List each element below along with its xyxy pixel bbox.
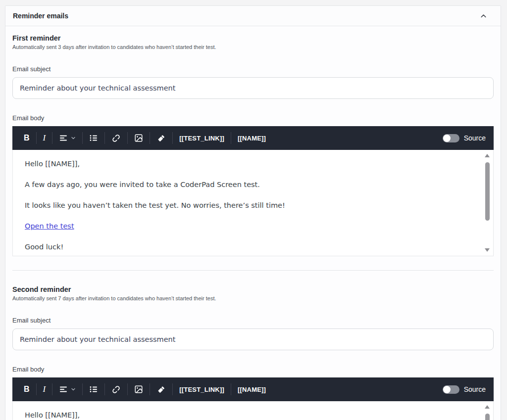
chevron-up-icon[interactable] [480, 12, 487, 20]
image-button[interactable] [128, 126, 150, 150]
name-token-button[interactable]: [[NAME]] [231, 377, 272, 401]
eraser-icon [156, 385, 166, 394]
image-icon [134, 385, 143, 394]
reminder-description: Automatically sent 7 days after invitati… [12, 295, 494, 301]
email-subject-input[interactable] [12, 328, 494, 350]
link-button[interactable] [105, 377, 127, 401]
email-body-label: Email body [12, 366, 494, 373]
bold-button[interactable]: B [17, 126, 36, 150]
remove-format-button[interactable] [150, 377, 172, 401]
image-icon [134, 134, 143, 142]
email-subject-label: Email subject [12, 317, 494, 324]
source-toggle[interactable]: Source [443, 134, 486, 142]
bullet-list-button[interactable] [83, 377, 104, 401]
toggle-knob [443, 135, 451, 142]
name-token-button[interactable]: [[NAME]] [231, 126, 272, 150]
editor-toolbar: B I [12, 377, 494, 401]
email-subject-input[interactable] [12, 77, 494, 99]
bullet-list-button[interactable] [83, 126, 104, 150]
align-left-icon [59, 134, 68, 142]
editor-scrollbar[interactable] [484, 405, 491, 420]
reminder-heading: Second reminder [12, 285, 494, 293]
scrollbar-thumb[interactable] [485, 414, 490, 420]
reminder-emails-panel: Reminder emails First reminder Automatic… [5, 5, 501, 420]
test-link-token-button[interactable]: [[TEST_LINK]] [173, 377, 231, 401]
text-align-button[interactable] [52, 377, 82, 401]
test-link-token-button[interactable]: [[TEST_LINK]] [173, 126, 231, 150]
align-left-icon [59, 385, 68, 394]
reminder-emails-page: Reminder emails First reminder Automatic… [0, 0, 507, 420]
link-icon [111, 134, 121, 143]
chevron-down-icon [71, 136, 76, 140]
scroll-up-arrow-icon[interactable] [485, 154, 490, 157]
email-paragraph: Open the test [25, 221, 467, 231]
italic-button[interactable]: I [37, 377, 52, 401]
source-toggle-label: Source [464, 134, 486, 142]
scrollbar-thumb[interactable] [485, 162, 490, 221]
bullet-list-icon [89, 134, 98, 142]
email-body-content[interactable]: Hello [[NAME]], A few days ago, you were… [12, 150, 494, 256]
first-reminder-section: First reminder Automatically sent 3 days… [12, 34, 494, 256]
chevron-down-icon [71, 387, 76, 392]
email-body-label: Email body [12, 114, 494, 122]
editor-toolbar: B I [12, 126, 494, 150]
link-icon [111, 385, 121, 394]
bold-button[interactable]: B [17, 377, 36, 401]
reminder-heading: First reminder [12, 34, 494, 42]
italic-button[interactable]: I [37, 126, 52, 150]
section-divider [12, 270, 494, 271]
toggle-switch[interactable] [443, 385, 459, 394]
email-paragraph: It looks like you haven’t taken the test… [25, 200, 467, 210]
email-paragraph: Hello [[NAME]], [25, 159, 467, 169]
second-reminder-section: Second reminder Automatically sent 7 day… [12, 285, 494, 420]
toggle-switch[interactable] [443, 134, 459, 142]
email-paragraph: Hello [[NAME]], [25, 410, 467, 420]
accordion-header[interactable]: Reminder emails [5, 6, 501, 26]
email-body-editor: B I [12, 126, 494, 256]
remove-format-button[interactable] [150, 126, 172, 150]
toggle-knob [443, 386, 451, 393]
panel-body: First reminder Automatically sent 3 days… [5, 26, 501, 420]
eraser-icon [156, 134, 166, 143]
scroll-down-arrow-icon[interactable] [485, 248, 490, 252]
source-toggle[interactable]: Source [443, 385, 486, 394]
source-toggle-label: Source [464, 385, 486, 393]
email-paragraph: A few days ago, you were invited to take… [25, 180, 467, 189]
image-button[interactable] [128, 377, 150, 401]
bullet-list-icon [89, 385, 98, 394]
link-button[interactable] [105, 126, 127, 150]
reminder-description: Automatically sent 3 days after invitati… [12, 44, 494, 50]
email-subject-label: Email subject [12, 65, 494, 73]
editor-scrollbar[interactable] [484, 154, 491, 252]
email-paragraph: Good luck! [25, 242, 467, 252]
panel-title: Reminder emails [13, 12, 68, 20]
email-body-content[interactable]: Hello [[NAME]], A few days ago, you were… [12, 401, 494, 420]
scroll-up-arrow-icon[interactable] [485, 405, 490, 409]
text-align-button[interactable] [52, 126, 82, 150]
email-body-editor: B I [12, 377, 494, 420]
open-test-link[interactable]: Open the test [25, 222, 74, 230]
